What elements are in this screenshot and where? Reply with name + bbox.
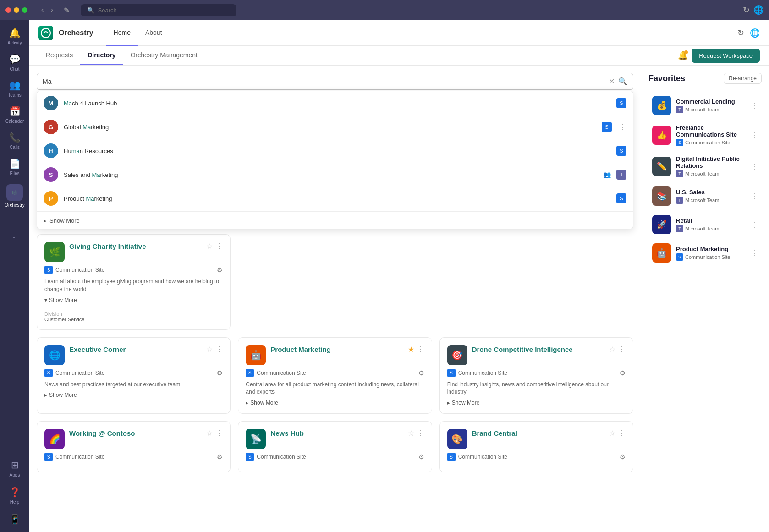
show-more-giving-charity[interactable]: ▾ Show More — [44, 297, 223, 303]
tab-directory[interactable]: Directory — [80, 46, 123, 65]
show-more-executive-corner[interactable]: ▸ Show More — [44, 392, 223, 398]
dropdown-item-global-marketing[interactable]: G Global Marketing S ⋮ — [37, 115, 633, 139]
main-content: Orchestry Home About ↻ 🌐 Requests Direct… — [29, 20, 769, 532]
app-nav: Home About — [106, 20, 170, 46]
fav-type-product-marketing-fav: S Communication Site — [676, 253, 746, 261]
card-working-contoso[interactable]: 🌈 Working @ Contoso ☆ ⋮ S Communication … — [37, 421, 231, 472]
sidebar-label-teams: Teams — [8, 93, 21, 98]
card-type-label-brand-central: Communication Site — [458, 454, 507, 460]
fav-more-retail[interactable]: ⋮ — [751, 220, 758, 229]
manage-icon-executive-corner: ⚙ — [217, 369, 223, 377]
dropdown-item-mach4[interactable]: M Mach 4 Launch Hub S — [37, 91, 633, 115]
nav-item-home[interactable]: Home — [106, 20, 138, 46]
more-executive-corner[interactable]: ⋮ — [215, 345, 223, 354]
sidebar-bottom: ⊞ Apps ❓ Help 📱 — [3, 456, 27, 528]
show-more-drone-competitive[interactable]: ▸ Show More — [447, 400, 626, 406]
fav-name-us-sales: U.S. Sales — [676, 189, 746, 196]
fav-name-commercial-lending: Commercial Lending — [676, 98, 746, 105]
fav-more-us-sales[interactable]: ⋮ — [751, 192, 758, 201]
search-submit-icon[interactable]: 🔍 — [618, 77, 627, 86]
minimize-button[interactable] — [14, 7, 19, 13]
teams-icon-retail: T — [676, 225, 683, 232]
favorite-item-commercial-lending[interactable]: 💰 Commercial Lending T Microsoft Team ⋮ — [648, 91, 762, 120]
nav-item-about[interactable]: About — [138, 20, 170, 46]
compose-button[interactable]: ✎ — [60, 4, 73, 16]
more-news-hub[interactable]: ⋮ — [417, 429, 424, 438]
global-search-input[interactable] — [98, 7, 230, 14]
sidebar-item-calendar[interactable]: 📅 Calendar — [3, 102, 27, 127]
card-avatar-executive-corner: 🌐 — [44, 345, 65, 365]
dropdown-item-sales-marketing[interactable]: S Sales and Marketing 👥 T — [37, 163, 633, 186]
star-product-marketing[interactable]: ★ — [408, 345, 414, 354]
forward-button[interactable]: › — [48, 4, 56, 16]
card-executive-corner[interactable]: 🌐 Executive Corner ☆ ⋮ S Communication S… — [37, 337, 231, 414]
more-working-contoso[interactable]: ⋮ — [215, 429, 223, 438]
sidebar-item-activity[interactable]: 🔔 Activity — [3, 24, 27, 49]
star-brand-central[interactable]: ☆ — [609, 429, 615, 438]
sidebar-item-chat[interactable]: 💬 Chat — [3, 50, 27, 75]
show-more-row[interactable]: ▸ Show More — [37, 213, 633, 229]
card-drone-competitive[interactable]: 🎯 Drone Competitive Intelligence ☆ ⋮ S C… — [439, 337, 633, 414]
fav-more-digital-initiative[interactable]: ⋮ — [751, 162, 758, 171]
global-search-bar[interactable]: 🔍 — [81, 4, 236, 16]
favorite-item-us-sales[interactable]: 📚 U.S. Sales T Microsoft Team ⋮ — [648, 182, 762, 210]
star-giving-charity[interactable]: ☆ — [206, 242, 213, 251]
dropdown-more-global-marketing[interactable]: ⋮ — [619, 123, 626, 132]
star-news-hub[interactable]: ☆ — [408, 429, 414, 438]
fav-more-freelance-comms[interactable]: ⋮ — [751, 131, 758, 140]
star-executive-corner[interactable]: ☆ — [206, 345, 213, 354]
search-input[interactable] — [43, 78, 605, 85]
favorite-item-digital-initiative[interactable]: ✏️ Digital Initiative Public Relations T… — [648, 151, 762, 182]
maximize-button[interactable] — [22, 7, 27, 13]
sidebar-item-teams[interactable]: 👥 Teams — [3, 76, 27, 101]
card-type-label-giving-charity: Communication Site — [55, 267, 104, 273]
tab-requests[interactable]: Requests — [38, 46, 80, 65]
sidebar-item-help[interactable]: ❓ Help — [3, 483, 27, 508]
close-button[interactable] — [5, 7, 11, 13]
favorite-item-retail[interactable]: 🚀 Retail T Microsoft Team ⋮ — [648, 210, 762, 239]
sidebar-item-more[interactable]: ··· — [3, 231, 27, 244]
dropdown-item-product-marketing[interactable]: P Product Marketing S — [37, 186, 633, 210]
globe-icon[interactable]: 🌐 — [753, 5, 764, 15]
more-drone-competitive[interactable]: ⋮ — [618, 345, 626, 354]
back-button[interactable]: ‹ — [38, 4, 46, 16]
star-working-contoso[interactable]: ☆ — [206, 429, 213, 438]
card-brand-central[interactable]: 🎨 Brand Central ☆ ⋮ S Communication Site… — [439, 421, 633, 472]
more-giving-charity[interactable]: ⋮ — [215, 242, 223, 251]
sidebar-item-apps[interactable]: ⊞ Apps — [3, 456, 27, 481]
favorite-item-freelance-comms[interactable]: 👍 Freelance Communications Site S Commun… — [648, 120, 762, 151]
card-giving-charity[interactable]: 🌿 Giving Charity Initiative ☆ ⋮ S Commun… — [37, 234, 231, 330]
more-brand-central[interactable]: ⋮ — [618, 429, 626, 438]
orchestry-icon: 🎼 — [12, 190, 17, 195]
rearrange-button[interactable]: Re-arrange — [724, 73, 762, 84]
sidebar-item-device[interactable]: 📱 — [3, 510, 27, 528]
card-avatar-brand-central: 🎨 — [447, 429, 467, 449]
card-actions-giving-charity: ☆ ⋮ — [206, 242, 223, 251]
card-product-marketing[interactable]: 🤖 Product Marketing ★ ⋮ S Communication … — [238, 337, 432, 414]
refresh-icon[interactable]: ↻ — [743, 5, 750, 15]
fav-more-product-marketing-fav[interactable]: ⋮ — [751, 249, 758, 258]
dropdown-badge-mach4: S — [616, 98, 626, 108]
show-more-product-marketing[interactable]: ▸ Show More — [246, 400, 424, 406]
card-type-label-product-marketing: Communication Site — [257, 370, 306, 376]
notification-button[interactable]: 🔔 — [678, 50, 688, 60]
sidebar-item-calls[interactable]: 📞 Calls — [3, 128, 27, 154]
fav-more-commercial-lending[interactable]: ⋮ — [751, 101, 758, 110]
globe-header-icon[interactable]: 🌐 — [750, 28, 760, 38]
search-clear-icon[interactable]: ✕ — [609, 77, 615, 86]
favorite-item-product-marketing-fav[interactable]: 🤖 Product Marketing S Communication Site… — [648, 239, 762, 267]
tab-orchestry-management[interactable]: Orchestry Management — [123, 46, 205, 65]
sidebar-item-files[interactable]: 📄 Files — [3, 154, 27, 180]
sidebar-item-orchestry[interactable]: 🎼 Orchestry — [3, 181, 27, 211]
activity-icon: 🔔 — [9, 27, 21, 38]
card-type-executive-corner: S Communication Site ⚙ — [44, 369, 223, 377]
more-product-marketing[interactable]: ⋮ — [417, 345, 424, 354]
refresh-header-icon[interactable]: ↻ — [737, 28, 744, 38]
card-news-hub[interactable]: 📡 News Hub ☆ ⋮ S Communication Site ⚙ — [238, 421, 432, 472]
dropdown-item-human-resources[interactable]: H Human Resources S — [37, 139, 633, 163]
card-desc-executive-corner: News and best practices targeted at our … — [44, 381, 223, 389]
manage-icon-brand-central: ⚙ — [620, 453, 626, 461]
chevron-right-icon: ▸ — [44, 217, 47, 224]
request-workspace-button[interactable]: Request Workspace — [692, 49, 760, 63]
star-drone-competitive[interactable]: ☆ — [609, 345, 615, 354]
